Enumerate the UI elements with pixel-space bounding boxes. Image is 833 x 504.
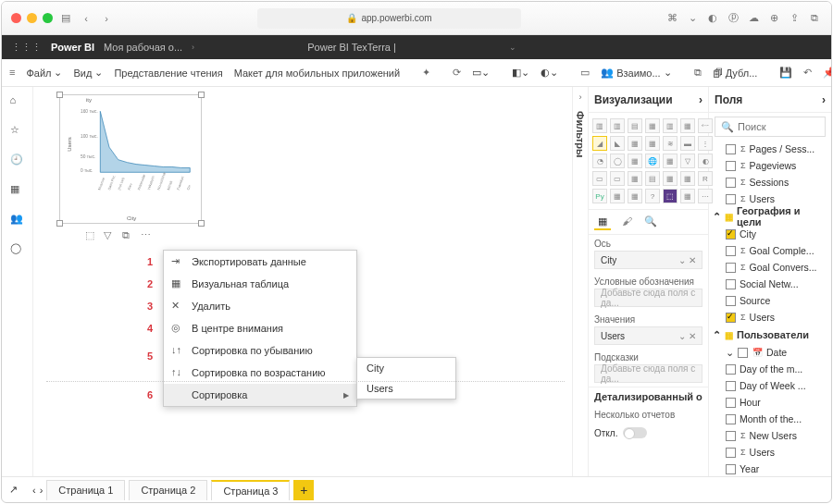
field-item[interactable]: Social Netw... [713,276,827,292]
checkbox-icon[interactable] [726,414,736,424]
status-icon[interactable]: ◐ [705,11,720,26]
vis-custom1[interactable]: ⬚ [663,189,678,203]
recent-icon[interactable]: 🕘 [10,154,25,168]
vis-keyinf[interactable]: ▦ [610,189,625,203]
back-icon[interactable]: ‹ [79,11,93,26]
vis-combo1[interactable]: ▦ [628,136,642,151]
ctx-delete[interactable]: 3✕Удалить [164,295,356,317]
close-dot[interactable] [11,13,21,23]
explore-icon[interactable]: ✦ [422,67,430,80]
workspace-icon[interactable]: ◯ [10,242,25,257]
ctx-show-table[interactable]: 2▦Визуальная таблица [164,273,356,295]
vis-tree[interactable]: ▦ [628,154,642,168]
vis-clustered-bar[interactable]: ▤ [628,118,642,133]
fields-tab[interactable]: ▦ [594,214,611,230]
field-item[interactable]: ΣNew Users [713,427,827,444]
vis-py[interactable]: Py [592,189,607,203]
vis-custom2[interactable]: ▦ [680,189,695,203]
checkbox-icon[interactable] [726,398,736,408]
buttons-icon[interactable]: ◧⌄ [512,67,529,79]
vis-stacked-col[interactable]: ▥ [610,118,625,133]
home-icon[interactable]: ⌂ [10,94,25,109]
field-item[interactable]: ΣUsers [713,444,827,461]
max-dot[interactable] [43,13,53,23]
checkbox-icon[interactable] [726,246,736,256]
next-page-icon[interactable]: › [40,485,44,496]
vis-waterfall[interactable]: ▬ [680,136,695,151]
legend-well[interactable]: Добавьте сюда поля с да... [594,289,702,307]
fwd-icon[interactable]: › [99,11,114,26]
vis-table[interactable]: ▦ [663,171,678,186]
refresh-icon[interactable]: ⟳ [453,67,461,80]
chevron-right-icon[interactable]: › [822,93,826,106]
vis-ribbon[interactable]: ≋ [663,136,678,151]
tabs-icon[interactable]: ⧉ [807,11,822,26]
fields-search[interactable]: 🔍 [715,117,826,137]
analytics-tab[interactable]: 🔍 [642,214,659,230]
axis-field[interactable]: City⌄ ✕ [594,251,702,269]
field-item[interactable]: Month of the... [713,411,827,427]
plus-icon[interactable]: ⊕ [766,11,781,26]
vis-funnel[interactable]: ▽ [680,154,695,168]
field-item[interactable]: ΣUsers [713,309,827,326]
shared-icon[interactable]: 👥 [10,213,25,227]
checkbox-icon[interactable] [726,296,736,306]
field-item[interactable]: Day of Week ... [713,377,827,394]
min-dot[interactable] [27,13,37,23]
prev-page-icon[interactable]: ‹ [32,485,36,496]
ctx-sort-by[interactable]: 6Сортировка▶ [164,384,356,406]
cloud-icon[interactable]: ☁ [746,11,761,26]
vis-map[interactable]: 🌐 [645,154,660,168]
dropdown-icon[interactable]: ⌄ [509,43,516,52]
tab-page-3[interactable]: Страница 3 [211,480,290,500]
mobile-layout[interactable]: Макет для мобильных приложений [234,68,400,79]
vis-filled-map[interactable]: ▦ [663,154,678,168]
vis-clustered-col[interactable]: ▦ [645,118,660,133]
undo-icon[interactable]: ↶ [803,67,812,80]
pin-btn[interactable]: 📌 Закрепит... [823,67,832,79]
checkbox-icon[interactable] [726,464,736,474]
checkbox-icon[interactable] [726,263,736,273]
collab-menu[interactable]: 👥 Взаимо... ⌄ [601,67,672,79]
field-item[interactable]: ΣSessions [713,174,827,191]
field-item[interactable]: ΣGoal Comple... [713,242,827,259]
drill-icon[interactable]: ⬚ [85,229,98,242]
cross-toggle[interactable] [623,427,647,438]
report-name[interactable]: Power BI TexTerra | [204,42,500,53]
field-group[interactable]: ⌃▦География и цели [713,207,827,226]
checkbox-icon[interactable] [726,194,736,204]
vis-slicer[interactable]: ▤ [645,171,660,186]
tooltips-well[interactable]: Добавьте сюда поля с да... [594,364,702,383]
save-icon[interactable]: 💾 [779,67,792,80]
ctx-spotlight[interactable]: 4◎В центре внимания [164,317,356,339]
vis-card[interactable]: ▭ [592,171,607,186]
shapes-icon[interactable]: ◐⌄ [541,67,558,79]
format-tab[interactable]: 🖌 [618,214,635,230]
bookmark-icon[interactable]: ▭ [580,67,590,80]
view-menu[interactable]: Вид ⌄ [73,67,103,79]
vis-matrix[interactable]: ▦ [680,171,695,186]
ctx-export[interactable]: 1⇥Экспортировать данные [164,251,356,273]
pocket-icon[interactable]: ⌄ [685,11,700,26]
field-item[interactable]: Hour [713,394,827,411]
vis-pie[interactable]: ◔ [592,154,607,168]
chevron-right-icon[interactable]: › [699,93,702,106]
checkbox-icon[interactable] [726,229,736,240]
vis-multicard[interactable]: ▭ [610,171,625,186]
vis-donut[interactable]: ◯ [610,154,625,168]
visual-more-icon[interactable]: ⋯ [141,229,154,242]
favorite-icon[interactable]: ☆ [10,124,25,139]
vis-stacked-area[interactable]: ◣ [610,136,625,151]
filters-collapsed[interactable]: › Фильтры [572,87,589,476]
vis-100-bar[interactable]: ▥ [663,118,678,133]
field-item[interactable]: Year [713,461,827,476]
field-item[interactable]: Source [713,292,827,309]
pinterest-icon[interactable]: ⓟ [726,11,740,26]
vis-combo2[interactable]: ▦ [645,136,660,151]
vis-stacked-bar[interactable]: ▥ [592,118,607,133]
field-item[interactable]: Day of the m... [713,361,827,377]
workspace-name[interactable]: Моя рабочая о... [104,42,182,53]
values-field[interactable]: Users⌄ ✕ [594,326,702,345]
add-page-button[interactable]: + [293,480,314,500]
vis-qa[interactable]: ? [645,189,660,203]
